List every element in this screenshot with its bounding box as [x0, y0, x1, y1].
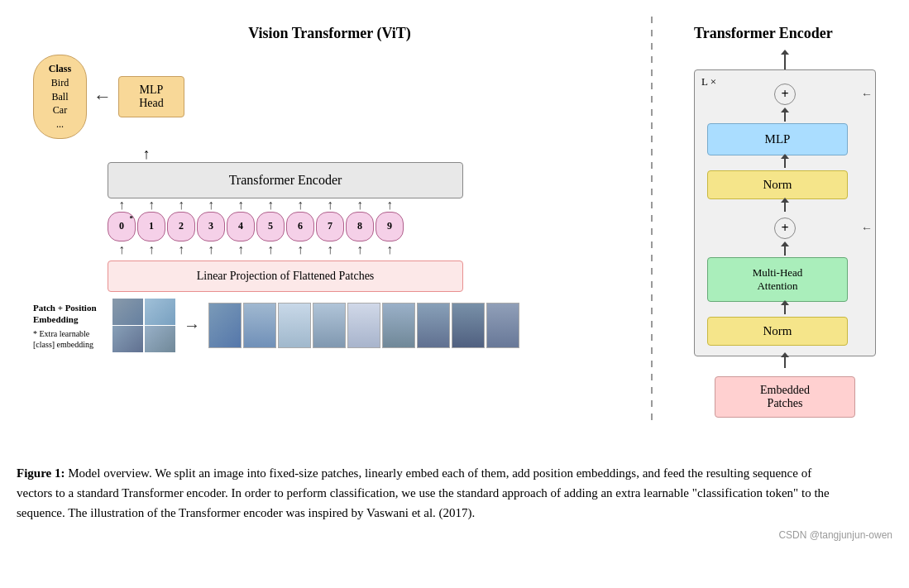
- enc-mlp-box: MLP: [707, 123, 848, 155]
- enc-norm1-box: Norm: [707, 170, 848, 199]
- class-token-box: Class Bird Ball Car ...: [33, 55, 87, 139]
- watermark: CSDN @tangjunjun-owen: [17, 529, 892, 541]
- enc-mha-box: Multi-Head Attention: [707, 257, 848, 302]
- source-image-grid: [112, 299, 175, 353]
- src-patch-1: [145, 299, 175, 325]
- src-patch-2: [112, 326, 143, 352]
- caption-text: Model overview. We split an image into f…: [17, 466, 830, 519]
- flat-patch-9: [486, 303, 519, 348]
- vit-inner: Class Bird Ball Car ... ← MLP Head ↑: [33, 55, 626, 353]
- flat-patch-8: [452, 303, 485, 348]
- token-0: 0 *: [108, 212, 136, 241]
- main-container: Vision Transformer (ViT) Class Bird Ball…: [17, 17, 892, 541]
- patch-position-label: Patch + PositionEmbedding: [33, 302, 108, 326]
- source-images: [112, 299, 175, 353]
- token-9: 9: [376, 212, 404, 241]
- patches-section: Patch + PositionEmbedding * Extra learna…: [33, 299, 626, 353]
- src-patch-3: [145, 326, 175, 352]
- token-4: 4: [227, 212, 255, 241]
- arrow-class-mlp: ←: [93, 86, 112, 108]
- flat-patch-1: [208, 303, 242, 348]
- plus-circle-top: +: [774, 84, 796, 105]
- token-8: 8: [346, 212, 374, 241]
- flat-patch-6: [382, 303, 415, 348]
- tokens-up-arrows: ↑ ↑ ↑ ↑ ↑ ↑ ↑ ↑ ↑ ↑: [108, 198, 626, 212]
- mlp-head-box: MLP Head: [118, 76, 184, 117]
- top-output-arrow: [784, 55, 786, 69]
- plus-circle-bottom: +: [774, 218, 796, 239]
- encoder-outer-box: L × + ← MLP: [694, 69, 876, 356]
- bottom-input-arrow: [784, 356, 786, 368]
- enc-top-arrows: ↑: [108, 146, 626, 162]
- arrow-to-patches: →: [184, 316, 200, 335]
- top-row: Class Bird Ball Car ... ← MLP Head: [33, 55, 626, 139]
- embedded-patches-box: Embedded Patches: [715, 376, 855, 418]
- flat-patch-5: [347, 303, 380, 348]
- token-6: 6: [286, 212, 314, 241]
- embedding-label-area: Patch + PositionEmbedding * Extra learna…: [33, 302, 108, 351]
- tokens-row: 0 * 1 2 3 4 5 6 7 8 9: [108, 212, 626, 241]
- flat-patch-2: [243, 303, 276, 348]
- token-5: 5: [256, 212, 285, 241]
- vit-diagram: Vision Transformer (ViT) Class Bird Ball…: [17, 17, 643, 426]
- vit-title: Vision Transformer (ViT): [33, 25, 626, 42]
- transformer-encoder-box: Transformer Encoder: [108, 162, 463, 198]
- encoder-diagram: Transformer Encoder L × + ←: [661, 17, 892, 426]
- token-7: 7: [316, 212, 344, 241]
- src-patch-0: [112, 299, 143, 325]
- caption: Figure 1: Model overview. We split an im…: [17, 463, 844, 523]
- enc-norm2-box: Norm: [707, 317, 848, 346]
- flat-patch-3: [278, 303, 311, 348]
- token-2: 2: [167, 212, 195, 241]
- skip-arrow-top: ←: [861, 88, 873, 101]
- token-1: 1: [137, 212, 165, 241]
- flat-patch-4: [313, 303, 346, 348]
- star-note: * Extra learnable[class] embedding: [33, 328, 108, 350]
- encoder-title: Transformer Encoder: [694, 25, 876, 42]
- linear-proj-box: Linear Projection of Flattened Patches: [108, 261, 463, 292]
- flattened-patches: [208, 303, 519, 348]
- flat-patch-7: [417, 303, 450, 348]
- caption-label: Figure 1:: [17, 466, 65, 480]
- dashed-divider: [651, 17, 653, 426]
- diagrams-row: Vision Transformer (ViT) Class Bird Ball…: [17, 17, 892, 442]
- linear-up-arrows: ↑ ↑ ↑ ↑ ↑ ↑ ↑ ↑ ↑ ↑: [108, 243, 626, 256]
- skip-arrow-bottom: ←: [861, 222, 873, 235]
- token-3: 3: [197, 212, 225, 241]
